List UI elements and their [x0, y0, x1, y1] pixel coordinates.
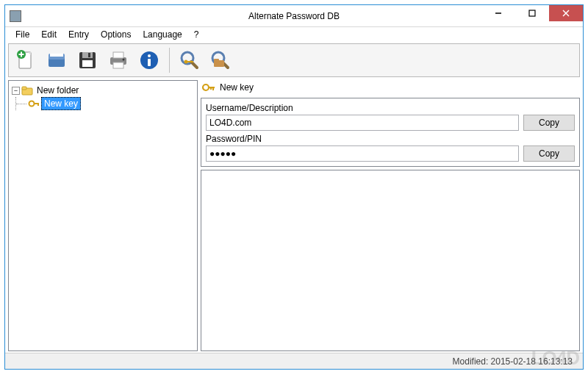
- tree-connector: [16, 104, 26, 104]
- close-button[interactable]: [549, 5, 583, 21]
- svg-rect-26: [187, 61, 193, 62]
- minimize-icon: [495, 10, 502, 17]
- copy-username-button[interactable]: Copy: [523, 115, 575, 131]
- svg-point-25: [184, 60, 188, 64]
- minimize-button[interactable]: [481, 5, 515, 21]
- svg-rect-11: [50, 54, 63, 57]
- svg-rect-39: [210, 87, 212, 90]
- username-label: Username/Description: [206, 103, 519, 113]
- status-modified: Modified: 2015-02-18 16:13:13: [453, 356, 573, 367]
- key-title: New key: [220, 82, 254, 93]
- tree-root-label: New folder: [35, 84, 81, 96]
- password-row: Password/PIN Copy: [206, 134, 575, 162]
- svg-rect-18: [113, 62, 123, 68]
- svg-rect-13: [82, 52, 93, 58]
- svg-rect-1: [529, 10, 535, 16]
- titlebar: Alternate Password DB: [5, 5, 583, 27]
- svg-rect-15: [88, 53, 90, 57]
- username-input[interactable]: [206, 115, 519, 131]
- tree-root-node[interactable]: − New folder: [12, 84, 194, 97]
- key-header: New key: [201, 80, 580, 95]
- tree-children: New key: [15, 97, 194, 110]
- window-controls: [481, 5, 583, 26]
- svg-point-19: [123, 59, 125, 61]
- svg-rect-30: [214, 59, 219, 62]
- svg-rect-17: [113, 52, 123, 58]
- detail-panel: New key Username/Description Copy Passwo…: [201, 80, 580, 351]
- menu-help[interactable]: ?: [188, 28, 205, 41]
- content-area: − New folder New key: [5, 79, 583, 353]
- svg-point-36: [203, 84, 209, 90]
- info-icon: [138, 49, 160, 71]
- menubar: File Edit Entry Options Language ?: [5, 27, 583, 42]
- find-key-button[interactable]: [176, 46, 204, 74]
- print-icon: [107, 49, 129, 71]
- toolbar-separator: [169, 48, 170, 73]
- svg-point-21: [148, 54, 151, 57]
- open-icon: [46, 49, 68, 71]
- notes-area[interactable]: [201, 170, 580, 351]
- copy-password-button[interactable]: Copy: [523, 145, 575, 162]
- key-icon: [28, 98, 40, 109]
- menu-language[interactable]: Language: [137, 28, 187, 41]
- save-icon: [76, 49, 98, 71]
- svg-rect-35: [37, 103, 39, 106]
- menu-entry[interactable]: Entry: [62, 28, 95, 41]
- tree-collapse-icon[interactable]: −: [12, 87, 20, 95]
- find-folder-icon: [209, 49, 232, 71]
- field-block: Username/Description Copy Password/PIN C…: [201, 98, 580, 167]
- find-folder-button[interactable]: [207, 46, 234, 74]
- toolbar: [8, 43, 580, 77]
- password-label: Password/PIN: [206, 134, 519, 144]
- print-button[interactable]: [104, 46, 132, 74]
- key-icon: [202, 82, 215, 93]
- folder-icon: [21, 85, 33, 96]
- tree-child-label: New key: [41, 97, 81, 110]
- find-key-icon: [179, 49, 201, 71]
- new-doc-button[interactable]: [12, 46, 40, 74]
- svg-rect-22: [148, 59, 151, 66]
- new-doc-icon: [15, 49, 37, 71]
- maximize-icon: [528, 10, 536, 17]
- info-button[interactable]: [135, 46, 163, 74]
- save-button[interactable]: [74, 46, 101, 74]
- svg-line-24: [191, 62, 197, 68]
- svg-point-33: [29, 101, 35, 107]
- tree-panel: − New folder New key: [8, 80, 198, 351]
- app-icon: [10, 10, 21, 22]
- close-icon: [562, 10, 570, 17]
- menu-options[interactable]: Options: [95, 28, 137, 41]
- tree-child-node[interactable]: New key: [16, 97, 194, 110]
- username-row: Username/Description Copy: [206, 103, 575, 131]
- svg-rect-32: [22, 87, 26, 90]
- maximize-button[interactable]: [515, 5, 549, 21]
- svg-rect-38: [212, 87, 214, 90]
- statusbar: Modified: 2015-02-18 16:13:13: [5, 353, 583, 369]
- menu-file[interactable]: File: [10, 28, 35, 41]
- open-button[interactable]: [43, 46, 71, 74]
- password-input[interactable]: [206, 145, 519, 162]
- app-window: Alternate Password DB File Edit Entry Op…: [4, 4, 584, 370]
- svg-rect-14: [82, 60, 93, 67]
- menu-edit[interactable]: Edit: [35, 28, 62, 41]
